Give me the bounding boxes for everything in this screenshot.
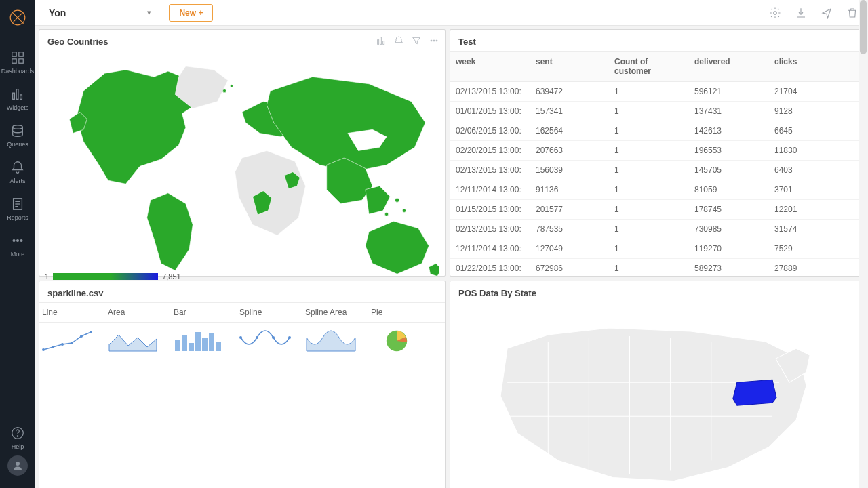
- trash-icon[interactable]: [846, 7, 859, 19]
- svg-point-24: [433, 40, 435, 41]
- new-button[interactable]: New +: [169, 4, 213, 22]
- table-row[interactable]: 12/11/2014 13:00:12704911192707529: [450, 239, 864, 259]
- nav-label: Help: [12, 443, 24, 450]
- svg-point-14: [17, 240, 19, 242]
- table-row[interactable]: 02/13/2015 13:00:787535173098531574: [450, 220, 864, 239]
- svg-rect-7: [20, 95, 22, 99]
- nav-label: More: [11, 251, 25, 258]
- svg-rect-21: [380, 37, 382, 45]
- svg-rect-43: [209, 333, 214, 351]
- panel-title: sparkline.csv: [39, 281, 445, 302]
- table-row[interactable]: 01/01/2015 13:00:15734111374319128: [450, 102, 864, 121]
- svg-point-26: [395, 198, 399, 202]
- legend-max: 7,851: [162, 272, 181, 281]
- svg-point-15: [20, 240, 22, 242]
- nav-queries[interactable]: Queries: [0, 117, 35, 153]
- svg-point-28: [384, 212, 388, 216]
- state-pennsylvania[interactable]: [733, 380, 776, 405]
- table-row[interactable]: 02/13/2015 13:00:639472159612121704: [450, 82, 864, 102]
- svg-point-33: [61, 343, 64, 346]
- svg-point-29: [222, 89, 226, 93]
- col-delivered[interactable]: delivered: [689, 52, 769, 81]
- sparkline-header: Line Area Bar Spline Spline Area Pie: [39, 302, 445, 323]
- panel-title: Test: [450, 30, 864, 51]
- sparkline-bar: [171, 327, 237, 355]
- col-pie: Pie: [368, 303, 434, 322]
- table-row[interactable]: 02/20/2015 13:00:207663119655311830: [450, 141, 864, 161]
- panel-pos: POS Data By State: [450, 281, 865, 488]
- world-map[interactable]: 1 7,851: [39, 51, 445, 285]
- col-spline: Spline: [237, 303, 302, 322]
- svg-rect-3: [12, 59, 16, 63]
- svg-rect-4: [19, 59, 23, 63]
- dashboard-grid: Geo Countries: [35, 26, 868, 488]
- more-icon[interactable]: [429, 35, 439, 46]
- svg-point-18: [16, 462, 20, 466]
- nav-dashboards[interactable]: Dashboards: [0, 43, 35, 80]
- legend-min: 1: [45, 272, 49, 281]
- user-avatar[interactable]: [7, 455, 28, 476]
- col-spline-area: Spline Area: [302, 303, 368, 322]
- col-count[interactable]: Count of customer: [609, 52, 689, 81]
- svg-rect-1: [12, 52, 16, 56]
- table-row[interactable]: 02/06/2015 13:00:16256411426136645: [450, 121, 864, 141]
- panel-title: POS Data By State: [450, 281, 864, 302]
- gear-icon[interactable]: [769, 7, 781, 19]
- table-row[interactable]: 02/13/2015 13:00:15603911457056403: [450, 161, 864, 180]
- chevron-down-icon: ▾: [147, 8, 151, 17]
- col-week[interactable]: week: [450, 52, 530, 81]
- nav-reports[interactable]: Reports: [0, 190, 35, 226]
- download-icon[interactable]: [795, 7, 807, 19]
- nav-alerts[interactable]: Alerts: [0, 153, 35, 190]
- sparkline-spline: [237, 327, 302, 355]
- svg-rect-2: [19, 52, 23, 56]
- sparkline-pie: [368, 327, 434, 355]
- svg-point-19: [774, 11, 777, 14]
- panel-sparkline: sparkline.csv Line Area Bar Spline Splin…: [39, 281, 446, 488]
- nav-help[interactable]: Help: [0, 419, 35, 455]
- chart-type-icon[interactable]: [376, 35, 387, 46]
- table-body[interactable]: 02/13/2015 13:00:63947215961212170401/01…: [450, 82, 864, 276]
- app-logo[interactable]: [8, 8, 27, 27]
- page-scrollbar[interactable]: [859, 0, 868, 488]
- svg-point-35: [80, 335, 83, 338]
- svg-point-31: [42, 348, 45, 351]
- table-row[interactable]: 01/22/2015 13:00:672986158927327889: [450, 259, 864, 276]
- filter-icon[interactable]: [411, 35, 422, 46]
- table-header: week sent Count of customer delivered cl…: [450, 51, 864, 82]
- table-row[interactable]: 12/11/2014 13:00:911361810593701: [450, 180, 864, 200]
- svg-rect-38: [175, 340, 180, 351]
- svg-rect-39: [182, 335, 187, 351]
- legend-gradient: [53, 273, 158, 280]
- svg-rect-6: [16, 89, 18, 100]
- nav-widgets[interactable]: Widgets: [0, 80, 35, 117]
- nav-label: Widgets: [7, 104, 29, 111]
- us-map[interactable]: [450, 302, 864, 488]
- svg-marker-37: [109, 335, 157, 351]
- col-clicks[interactable]: clicks: [769, 52, 864, 81]
- svg-point-25: [436, 40, 437, 41]
- svg-point-13: [13, 240, 15, 242]
- alert-icon[interactable]: [393, 35, 404, 46]
- sparkline-line: [39, 327, 105, 355]
- topbar: Yon ▾ New +: [35, 0, 868, 26]
- svg-rect-22: [383, 41, 384, 45]
- col-area: Area: [105, 303, 171, 322]
- dashboard-title: Yon: [49, 7, 66, 18]
- scrollbar-thumb[interactable]: [860, 0, 867, 54]
- svg-rect-5: [13, 93, 15, 99]
- share-icon[interactable]: [821, 7, 833, 19]
- svg-point-23: [431, 40, 432, 41]
- svg-point-30: [230, 85, 233, 87]
- svg-point-8: [13, 125, 23, 129]
- sidebar: Dashboards Widgets Queries Alerts Report…: [0, 0, 35, 488]
- col-bar: Bar: [171, 303, 237, 322]
- table-row[interactable]: 01/15/2015 13:00:201577117874512201: [450, 200, 864, 220]
- nav-more[interactable]: More: [0, 226, 35, 263]
- col-sent[interactable]: sent: [530, 52, 609, 81]
- dashboard-selector[interactable]: Yon ▾: [45, 5, 155, 21]
- svg-point-45: [239, 336, 242, 339]
- sparkline-row: [39, 323, 445, 355]
- nav-label: Dashboards: [1, 68, 35, 75]
- svg-rect-41: [195, 332, 201, 351]
